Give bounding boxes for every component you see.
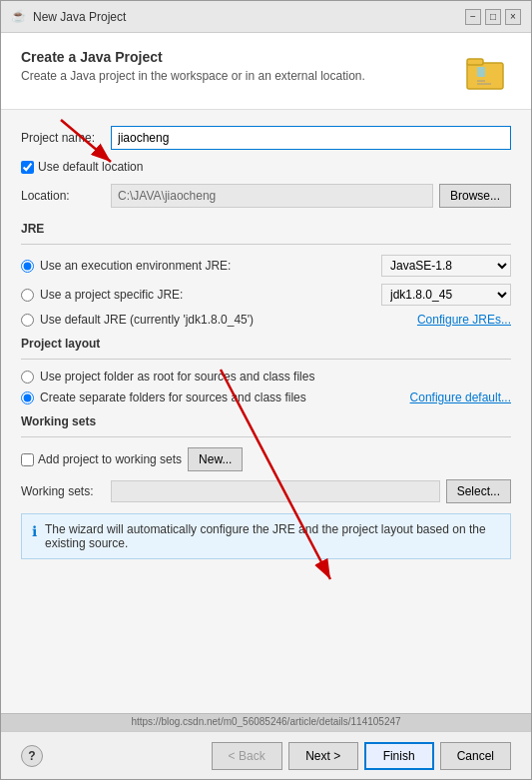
jre-option3-row: Use default JRE (currently 'jdk1.8.0_45'… <box>21 313 511 327</box>
jre-option1-select[interactable]: JavaSE-1.8 <box>381 255 511 277</box>
jre-option2-label[interactable]: Use a project specific JRE: <box>40 288 183 302</box>
project-name-input[interactable] <box>111 126 511 150</box>
project-name-row: Project name: <box>21 126 511 150</box>
url-bar: https://blog.csdn.net/m0_56085246/articl… <box>1 713 531 731</box>
jre-option2-select[interactable]: jdk1.8.0_45 <box>381 284 511 306</box>
layout-divider <box>21 359 511 360</box>
new-working-set-button[interactable]: New... <box>188 447 243 471</box>
project-name-label: Project name: <box>21 131 111 145</box>
add-to-working-sets-row: Add project to working sets New... <box>21 447 511 471</box>
info-box: ℹ The wizard will automatically configur… <box>21 513 511 559</box>
title-bar-controls: − □ × <box>465 9 521 25</box>
info-text: The wizard will automatically configure … <box>45 522 500 550</box>
layout-option2-radio[interactable] <box>21 391 34 404</box>
title-bar-title: New Java Project <box>33 10 126 24</box>
java-project-icon: ☕ <box>11 9 27 25</box>
info-icon: ℹ <box>32 523 37 539</box>
footer-left: ? <box>21 745 43 767</box>
minimize-button[interactable]: − <box>465 9 481 25</box>
layout-option2-row: Create separate folders for sources and … <box>21 390 511 404</box>
working-sets-input[interactable] <box>111 480 440 502</box>
jre-option1-radio[interactable] <box>21 260 34 273</box>
header-description: Create a Java project in the workspace o… <box>21 69 365 83</box>
close-button[interactable]: × <box>505 9 521 25</box>
footer-buttons: < Back Next > Finish Cancel <box>212 742 511 770</box>
jre-divider <box>21 244 511 245</box>
title-bar-left: ☕ New Java Project <box>11 9 126 25</box>
footer: ? < Back Next > Finish Cancel <box>1 731 531 779</box>
location-row: Location: Browse... <box>21 184 511 208</box>
add-working-sets-label[interactable]: Add project to working sets <box>38 452 182 466</box>
svg-rect-1 <box>467 59 483 65</box>
working-sets-input-row: Working sets: Select... <box>21 479 511 503</box>
cancel-button[interactable]: Cancel <box>440 742 511 770</box>
back-button[interactable]: < Back <box>212 742 282 770</box>
layout-option1-radio[interactable] <box>21 371 34 384</box>
working-sets-divider <box>21 436 511 437</box>
help-button[interactable]: ? <box>21 745 43 767</box>
svg-rect-2 <box>477 67 485 77</box>
configure-jres-link[interactable]: Configure JREs... <box>417 313 511 327</box>
header-title: Create a Java Project <box>21 49 365 65</box>
maximize-button[interactable]: □ <box>485 9 501 25</box>
jre-option2-row: Use a project specific JRE: jdk1.8.0_45 <box>21 284 511 306</box>
browse-button[interactable]: Browse... <box>439 184 511 208</box>
header-text: Create a Java Project Create a Java proj… <box>21 49 365 83</box>
use-default-location-checkbox[interactable] <box>21 161 34 174</box>
jre-option1-row: Use an execution environment JRE: JavaSE… <box>21 255 511 277</box>
dialog-window: ☕ New Java Project − □ × Create a Java P… <box>0 0 532 780</box>
select-working-set-button[interactable]: Select... <box>446 479 511 503</box>
use-default-location-row: Use default location <box>21 160 511 174</box>
content-area: Project name: Use default location Locat… <box>1 110 531 713</box>
header-folder-icon <box>463 49 511 97</box>
jre-option3-label[interactable]: Use default JRE (currently 'jdk1.8.0_45'… <box>40 313 254 327</box>
jre-option3-radio[interactable] <box>21 314 34 327</box>
title-bar: ☕ New Java Project − □ × <box>1 1 531 33</box>
use-default-location-label[interactable]: Use default location <box>38 160 143 174</box>
configure-default-link[interactable]: Configure default... <box>410 390 511 404</box>
finish-button[interactable]: Finish <box>364 742 434 770</box>
layout-option1-row: Use project folder as root for sources a… <box>21 370 511 384</box>
next-button[interactable]: Next > <box>288 742 358 770</box>
url-text: https://blog.csdn.net/m0_56085246/articl… <box>131 716 400 727</box>
location-label: Location: <box>21 189 111 203</box>
jre-section-header: JRE <box>21 222 511 236</box>
working-sets-label: Working sets: <box>21 484 111 498</box>
header-section: Create a Java Project Create a Java proj… <box>1 33 531 110</box>
location-input[interactable] <box>111 184 433 208</box>
project-layout-section-header: Project layout <box>21 337 511 351</box>
jre-option1-label[interactable]: Use an execution environment JRE: <box>40 259 231 273</box>
layout-option2-label[interactable]: Create separate folders for sources and … <box>40 390 306 404</box>
working-sets-section-header: Working sets <box>21 414 511 428</box>
add-working-sets-checkbox[interactable] <box>21 453 34 466</box>
layout-option1-label[interactable]: Use project folder as root for sources a… <box>40 370 314 384</box>
jre-option2-radio[interactable] <box>21 289 34 302</box>
